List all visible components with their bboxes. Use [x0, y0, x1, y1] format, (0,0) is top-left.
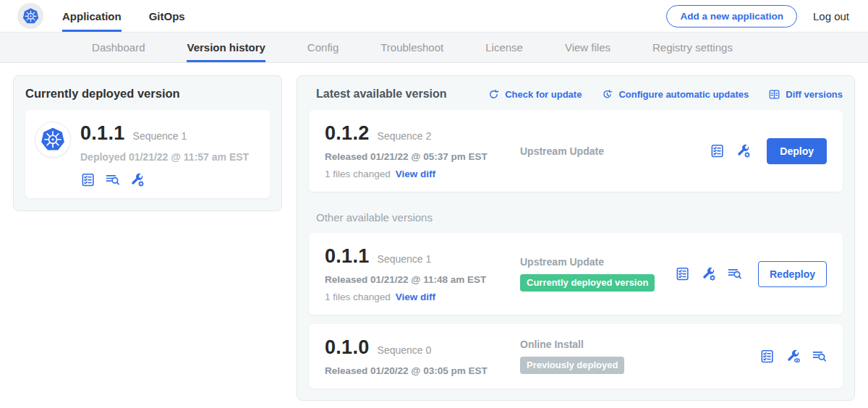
version-row-0-1-1: 0.1.1 Sequence 1 Released 01/21/22 @ 11:… [309, 233, 843, 315]
source-label: Upstream Update [520, 256, 675, 268]
header-tabs: Application GitOps [62, 0, 185, 32]
subnav-item-view-files[interactable]: View files [565, 33, 610, 62]
versions-panel-header: Latest available version Check for updat… [309, 86, 843, 101]
app-subnav: Dashboard Version history Config Trouble… [0, 33, 868, 63]
view-logs-icon[interactable] [812, 349, 827, 364]
tab-gitops-label: GitOps [149, 10, 185, 22]
config-icon[interactable] [736, 143, 751, 158]
subnav-label: Config [307, 41, 339, 54]
deployed-version-sequence: Sequence 1 [133, 130, 187, 142]
subnav-label: Dashboard [92, 41, 145, 54]
checklist-icon[interactable] [760, 349, 775, 364]
version-source: Upstream Update Currently deployed versi… [504, 256, 675, 292]
source-label: Upstream Update [520, 145, 710, 157]
version-info: 0.1.2 Sequence 2 Released 01/21/22 @ 05:… [325, 122, 504, 179]
view-logs-icon[interactable] [105, 172, 120, 187]
files-changed-label: 1 files changed [325, 169, 391, 179]
checklist-icon[interactable] [80, 172, 95, 187]
checklist-icon[interactable] [710, 143, 725, 158]
logout-button[interactable]: Log out [813, 10, 849, 22]
files-changed: 1 files changedView diff [325, 169, 504, 179]
subnav-item-config[interactable]: Config [307, 33, 339, 62]
diff-versions-label: Diff versions [786, 89, 843, 100]
view-diff-link[interactable]: View diff [396, 292, 435, 302]
files-changed-label: 1 files changed [325, 292, 391, 302]
version-info: 0.1.0 Sequence 0 Released 01/20/22 @ 03:… [325, 336, 504, 376]
app-header: Application GitOps Add a new application… [0, 0, 868, 33]
other-versions-title: Other available versions [316, 211, 843, 224]
subnav-item-version-history[interactable]: Version history [187, 33, 265, 62]
currently-deployed-badge: Currently deployed version [520, 274, 655, 292]
deployed-version-number: 0.1.1 [80, 122, 125, 145]
subnav-item-registry-settings[interactable]: Registry settings [652, 33, 733, 62]
version-row-0-1-2: 0.1.2 Sequence 2 Released 01/21/22 @ 05:… [309, 110, 843, 192]
checklist-icon[interactable] [675, 266, 690, 281]
subnav-label: View files [565, 41, 610, 54]
version-source: Upstream Update [504, 145, 710, 157]
latest-version-title: Latest available version [316, 88, 447, 101]
deployed-version-card: 0.1.1 Sequence 1 Deployed 01/21/22 @ 11:… [25, 110, 270, 198]
released-timestamp: Released 01/21/22 @ 11:48 am EST [325, 274, 504, 285]
version-number: 0.1.0 [325, 336, 370, 359]
version-number: 0.1.2 [325, 122, 370, 145]
subnav-item-license[interactable]: License [485, 33, 523, 62]
released-timestamp: Released 01/20/22 @ 03:05 pm EST [325, 365, 504, 376]
released-timestamp: Released 01/21/22 @ 05:37 pm EST [325, 151, 504, 162]
version-sequence: Sequence 0 [378, 344, 432, 356]
tab-gitops[interactable]: GitOps [149, 0, 185, 32]
app-kubernetes-logo [35, 122, 70, 157]
redeploy-button[interactable]: Redeploy [758, 261, 827, 287]
versions-panel-actions: Check for update Configure automatic upd… [488, 88, 843, 101]
tab-application[interactable]: Application [62, 0, 122, 32]
deployed-card-title: Currently deployed version [25, 87, 270, 101]
kubernetes-logo [17, 3, 43, 29]
subnav-label: Registry settings [652, 41, 733, 54]
auto-update-icon [601, 88, 613, 101]
deployed-timestamp: Deployed 01/21/22 @ 11:57 am EST [80, 151, 249, 163]
subnav-item-dashboard[interactable]: Dashboard [92, 33, 145, 62]
version-sequence: Sequence 1 [378, 253, 432, 265]
add-application-button[interactable]: Add a new application [666, 5, 797, 27]
diff-versions-link[interactable]: Diff versions [768, 88, 843, 101]
version-actions: Redeploy [675, 261, 827, 287]
config-icon[interactable] [701, 266, 716, 281]
deployed-version-actions [80, 172, 249, 187]
version-number: 0.1.1 [325, 245, 370, 268]
version-sequence: Sequence 2 [378, 130, 432, 142]
refresh-icon [488, 88, 500, 101]
view-logs-icon[interactable] [727, 266, 742, 281]
view-diff-link[interactable]: View diff [396, 169, 435, 179]
version-actions [760, 349, 827, 364]
versions-panel: Latest available version Check for updat… [297, 75, 855, 401]
main-content: Currently deployed version 0.1.1 Sequenc… [0, 63, 868, 408]
check-for-update-link[interactable]: Check for update [488, 88, 582, 101]
version-source: Online Install Previously deployed [504, 339, 760, 374]
subnav-label: Troubleshoot [380, 41, 443, 54]
version-row-0-1-0: 0.1.0 Sequence 0 Released 01/20/22 @ 03:… [309, 324, 843, 388]
previously-deployed-badge: Previously deployed [520, 357, 624, 374]
check-for-update-label: Check for update [505, 89, 582, 100]
configure-automatic-updates-link[interactable]: Configure automatic updates [601, 88, 749, 101]
header-right: Add a new application Log out [666, 0, 849, 32]
version-info: 0.1.1 Sequence 1 Released 01/21/22 @ 11:… [325, 245, 504, 302]
deploy-button[interactable]: Deploy [767, 138, 827, 164]
source-label: Online Install [520, 339, 760, 350]
subnav-label: Version history [187, 41, 265, 54]
configure-automatic-updates-label: Configure automatic updates [618, 89, 749, 100]
subnav-label: License [485, 41, 523, 54]
config-view-icon[interactable] [786, 349, 801, 364]
subnav-item-troubleshoot[interactable]: Troubleshoot [380, 33, 443, 62]
tab-application-label: Application [62, 10, 122, 22]
deployed-version-body: 0.1.1 Sequence 1 Deployed 01/21/22 @ 11:… [80, 122, 249, 187]
files-changed: 1 files changedView diff [325, 292, 504, 302]
version-actions: Deploy [710, 138, 827, 164]
config-icon[interactable] [129, 172, 145, 187]
diff-icon [768, 88, 780, 101]
currently-deployed-card: Currently deployed version 0.1.1 Sequenc… [13, 75, 282, 211]
